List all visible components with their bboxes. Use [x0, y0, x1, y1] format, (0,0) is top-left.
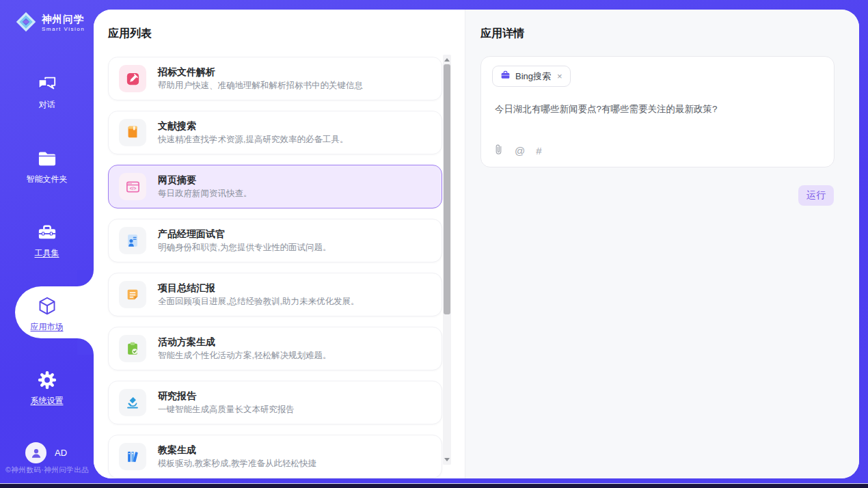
cube-icon [0, 296, 94, 316]
user-avatar-icon [30, 447, 42, 459]
app-list-title: 应用列表 [108, 27, 152, 41]
sidebar-item-label: 工具集 [35, 247, 59, 259]
sidebar-item-label: 系统设置 [31, 395, 64, 407]
app-card-description: 快速精准查找学术资源,提高研究效率的必备工具。 [158, 135, 348, 144]
avatar [25, 442, 46, 463]
toolbox-icon [0, 222, 94, 243]
app-card-title: 网页摘要 [158, 175, 252, 185]
prompt-input[interactable]: 今日湖北有哪些新闻要点?有哪些需要关注的最新政策? [495, 103, 816, 116]
pen-square-icon [119, 65, 146, 92]
app-card-description: 明确身份和职责,为您提供专业性的面试问题。 [158, 243, 331, 252]
tool-tag-label: Bing搜索 [515, 70, 551, 83]
app-card-title: 教案生成 [158, 445, 316, 455]
logo-title: 神州问学 [42, 14, 85, 25]
window-bottom-bar [0, 483, 868, 488]
app-card-title: 文献搜索 [158, 121, 348, 131]
app-card-title: 活动方案生成 [158, 337, 331, 347]
logo-subtitle: Smart Vision [42, 27, 85, 33]
user-account[interactable]: AD [25, 442, 67, 463]
app-card-pm-interviewer[interactable]: 产品经理面试官 明确身份和职责,为您提供专业性的面试问题。 [108, 219, 442, 262]
app-card-title: 招标文件解析 [158, 67, 363, 77]
pill-fillet-bottom [77, 338, 94, 355]
app-card-lesson-plan[interactable]: 教案生成 模板驱动,教案秒成,教学准备从此轻松快捷 [108, 435, 442, 478]
sidebar-item-label: 对话 [39, 99, 55, 111]
sidebar-item-smart-folders[interactable]: 智能文件夹 [0, 148, 94, 185]
microscope-icon [119, 389, 146, 416]
prompt-card[interactable]: Bing搜索 × 今日湖北有哪些新闻要点?有哪些需要关注的最新政策? @ # [480, 56, 835, 167]
sidebar-item-settings[interactable]: 系统设置 [0, 370, 94, 407]
scrollbar-thumb[interactable] [444, 64, 450, 314]
diamond-logo-icon [15, 11, 37, 36]
briefcase-icon [500, 70, 511, 83]
folder-icon [0, 148, 94, 169]
browser-code-icon: </> [119, 173, 146, 200]
person-document-icon [119, 227, 146, 254]
books-icon [119, 443, 146, 470]
content-shell: 应用列表 招标文件解析 帮助用户快速、准确地理解和解析招标书中的关键信息 [94, 10, 859, 478]
prompt-toolbar: @ # [493, 144, 542, 158]
app-card-web-summary[interactable]: </> 网页摘要 每日政府新闻资讯快查。 [108, 165, 442, 208]
run-button[interactable]: 运行 [798, 185, 834, 206]
scroll-down-arrow-icon[interactable] [444, 458, 450, 461]
sidebar-item-label: 应用市场 [31, 321, 64, 333]
gear-icon [0, 370, 94, 390]
app-card-title: 产品经理面试官 [158, 229, 331, 239]
clipboard-check-icon [119, 335, 146, 362]
app-detail-title: 应用详情 [480, 27, 524, 41]
app-card-event-plan[interactable]: 活动方案生成 智能生成个性化活动方案,轻松解决规划难题。 [108, 327, 442, 370]
sidebar: 神州问学 Smart Vision 对话 智能文件夹 [0, 0, 94, 488]
at-icon[interactable]: @ [515, 145, 525, 157]
app-card-description: 全面回顾项目进展,总结经验教训,助力未来优化发展。 [158, 297, 359, 306]
app-logo: 神州问学 Smart Vision [15, 11, 85, 36]
sidebar-item-toolset[interactable]: 工具集 [0, 222, 94, 259]
sidebar-item-app-market[interactable]: 应用市场 [0, 296, 94, 333]
app-list-panel: 应用列表 招标文件解析 帮助用户快速、准确地理解和解析招标书中的关键信息 [94, 10, 465, 478]
note-icon [119, 281, 146, 308]
sidebar-item-chat[interactable]: 对话 [0, 74, 94, 111]
app-card-bid-parsing[interactable]: 招标文件解析 帮助用户快速、准确地理解和解析招标书中的关键信息 [108, 57, 442, 100]
app-card-description: 每日政府新闻资讯快查。 [158, 189, 252, 198]
book-icon [119, 119, 146, 146]
user-name: AD [55, 448, 67, 458]
sidebar-item-label: 智能文件夹 [27, 174, 68, 185]
pill-fillet-top [77, 270, 94, 286]
close-icon[interactable]: × [557, 71, 562, 81]
tool-tag-bing-search[interactable]: Bing搜索 × [492, 66, 571, 87]
app-list-scrollbar[interactable] [443, 55, 451, 465]
svg-text:</>: </> [129, 185, 136, 190]
scroll-up-arrow-icon[interactable] [444, 58, 450, 62]
app-card-description: 智能生成个性化活动方案,轻松解决规划难题。 [158, 351, 331, 360]
app-cards: 招标文件解析 帮助用户快速、准确地理解和解析招标书中的关键信息 文献搜索 快速精… [108, 57, 443, 478]
app-card-description: 模板驱动,教案秒成,教学准备从此轻松快捷 [158, 459, 316, 468]
paperclip-icon[interactable] [493, 144, 504, 158]
app-detail-panel: 应用详情 Bing搜索 × 今日湖北有哪些新闻要点?有哪些需要关注的最新政策? [465, 10, 859, 478]
footer-credit: ©神州数码·神州问学出品 [5, 465, 89, 475]
app-card-description: 帮助用户快速、准确地理解和解析招标书中的关键信息 [158, 81, 363, 90]
app-card-literature-search[interactable]: 文献搜索 快速精准查找学术资源,提高研究效率的必备工具。 [108, 111, 442, 154]
app-card-title: 项目总结汇报 [158, 283, 359, 293]
app-card-project-summary[interactable]: 项目总结汇报 全面回顾项目进展,总结经验教训,助力未来优化发展。 [108, 273, 442, 316]
app-card-title: 研究报告 [158, 391, 295, 401]
app-card-description: 一键智能生成高质量长文本研究报告 [158, 405, 295, 414]
chat-icon [0, 74, 94, 94]
hash-icon[interactable]: # [536, 145, 541, 157]
app-card-research-report[interactable]: 研究报告 一键智能生成高质量长文本研究报告 [108, 381, 442, 424]
